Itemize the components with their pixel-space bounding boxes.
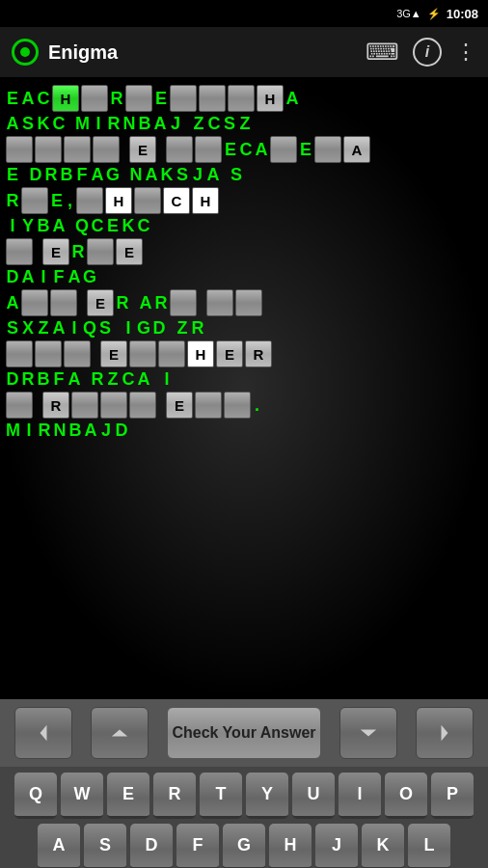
letter-box[interactable] bbox=[195, 392, 222, 419]
puzzle-line-9: A E R A R bbox=[6, 289, 482, 316]
letter-box[interactable]: H bbox=[257, 85, 284, 112]
check-answer-button[interactable]: Check Your Answer bbox=[167, 707, 321, 759]
letter-box[interactable] bbox=[270, 136, 297, 163]
letter-box[interactable] bbox=[206, 289, 233, 316]
letter-box[interactable]: H bbox=[105, 187, 132, 214]
letter-box[interactable] bbox=[6, 340, 33, 367]
key-q[interactable]: Q bbox=[14, 773, 57, 819]
key-p[interactable]: P bbox=[431, 773, 474, 819]
right-arrow-button[interactable] bbox=[416, 707, 474, 759]
letter-box[interactable] bbox=[35, 136, 62, 163]
letter-box[interactable]: R bbox=[245, 340, 272, 367]
svg-marker-3 bbox=[441, 725, 447, 741]
letter-box[interactable]: H bbox=[52, 85, 79, 112]
letter-box[interactable] bbox=[134, 187, 161, 214]
app-bar-icons: ⌨ i ⋮ bbox=[366, 38, 476, 67]
key-i[interactable]: I bbox=[339, 773, 381, 819]
key-y[interactable]: Y bbox=[246, 773, 288, 819]
letter-box[interactable]: E bbox=[42, 238, 69, 265]
letter-box[interactable] bbox=[195, 136, 222, 163]
key-a[interactable]: A bbox=[38, 824, 80, 868]
puzzle-line-2: A S K C M I R N B A J Z C S Z bbox=[6, 114, 482, 134]
letter-box[interactable] bbox=[100, 392, 127, 419]
letter-box[interactable] bbox=[71, 392, 98, 419]
keyboard-icon[interactable]: ⌨ bbox=[366, 39, 399, 66]
letter-box[interactable] bbox=[125, 85, 152, 112]
letter: I bbox=[68, 318, 81, 339]
letter: C bbox=[207, 114, 221, 134]
letter-box[interactable] bbox=[6, 238, 33, 265]
letter-box[interactable] bbox=[6, 136, 33, 163]
letter-box[interactable] bbox=[64, 340, 91, 367]
letter: A bbox=[84, 420, 97, 441]
letter-box[interactable]: H bbox=[192, 187, 219, 214]
left-arrow-button[interactable] bbox=[14, 707, 72, 759]
letter-box[interactable] bbox=[87, 238, 114, 265]
svg-marker-1 bbox=[112, 730, 127, 737]
letter-box[interactable] bbox=[93, 136, 120, 163]
letter: M bbox=[6, 420, 20, 441]
letter-box[interactable] bbox=[224, 392, 251, 419]
letter-box[interactable] bbox=[129, 340, 156, 367]
key-d[interactable]: D bbox=[130, 824, 173, 868]
letter: A bbox=[255, 140, 268, 160]
letter-box[interactable] bbox=[235, 289, 262, 316]
letter-box[interactable] bbox=[170, 85, 197, 112]
letter-box[interactable] bbox=[166, 136, 193, 163]
key-t[interactable]: T bbox=[200, 773, 242, 819]
key-k[interactable]: K bbox=[362, 824, 404, 868]
letter-box[interactable] bbox=[129, 392, 156, 419]
letter: E bbox=[6, 165, 19, 185]
key-e[interactable]: E bbox=[107, 773, 149, 819]
puzzle-line-3: E E C A E A bbox=[6, 136, 482, 163]
letter-box[interactable] bbox=[158, 340, 185, 367]
key-w[interactable]: W bbox=[61, 773, 103, 819]
down-arrow-button[interactable] bbox=[339, 707, 397, 759]
puzzle-line-4: E D R B F A G N A K S J A S bbox=[6, 165, 482, 185]
key-h[interactable]: H bbox=[269, 824, 312, 868]
letter: E bbox=[299, 140, 312, 160]
letter-box[interactable] bbox=[50, 289, 77, 316]
letter-box[interactable]: A bbox=[343, 136, 370, 163]
letter: K bbox=[122, 216, 135, 236]
letter: R bbox=[21, 369, 35, 390]
letter: R bbox=[38, 420, 51, 441]
key-l[interactable]: L bbox=[408, 824, 450, 868]
letter-box[interactable] bbox=[21, 187, 48, 214]
letter: A bbox=[137, 369, 150, 390]
key-f[interactable]: F bbox=[176, 824, 219, 868]
key-g[interactable]: G bbox=[223, 824, 265, 868]
up-arrow-button[interactable] bbox=[91, 707, 149, 759]
key-o[interactable]: O bbox=[385, 773, 427, 819]
letter-box[interactable] bbox=[228, 85, 255, 112]
letter-box[interactable]: E bbox=[216, 340, 243, 367]
letter: I bbox=[122, 318, 135, 339]
key-u[interactable]: U bbox=[292, 773, 335, 819]
key-s[interactable]: S bbox=[84, 824, 126, 868]
letter-box[interactable]: E bbox=[129, 136, 156, 163]
letter: R bbox=[154, 293, 168, 313]
letter-box[interactable]: E bbox=[166, 392, 193, 419]
letter-box[interactable]: E bbox=[116, 238, 143, 265]
key-r[interactable]: R bbox=[153, 773, 196, 819]
letter-box[interactable]: C bbox=[163, 187, 190, 214]
letter-box[interactable] bbox=[76, 187, 103, 214]
letter-box[interactable] bbox=[21, 289, 48, 316]
letter-box[interactable] bbox=[314, 136, 341, 163]
more-options-icon[interactable]: ⋮ bbox=[455, 40, 476, 65]
letter-box[interactable] bbox=[170, 289, 197, 316]
puzzle-line-7: E R E bbox=[6, 238, 482, 265]
letter-box[interactable]: H bbox=[187, 340, 214, 367]
letter-box[interactable]: E bbox=[87, 289, 114, 316]
letter-box[interactable] bbox=[81, 85, 108, 112]
letter-box[interactable] bbox=[35, 340, 62, 367]
letter-box[interactable]: E bbox=[100, 340, 127, 367]
letter-box[interactable]: R bbox=[42, 392, 69, 419]
letter-box[interactable] bbox=[6, 392, 33, 419]
info-button[interactable]: i bbox=[413, 38, 442, 67]
letter: R bbox=[91, 369, 104, 390]
letter-box[interactable] bbox=[199, 85, 226, 112]
key-j[interactable]: J bbox=[315, 824, 358, 868]
letter: X bbox=[21, 318, 35, 339]
letter-box[interactable] bbox=[64, 136, 91, 163]
